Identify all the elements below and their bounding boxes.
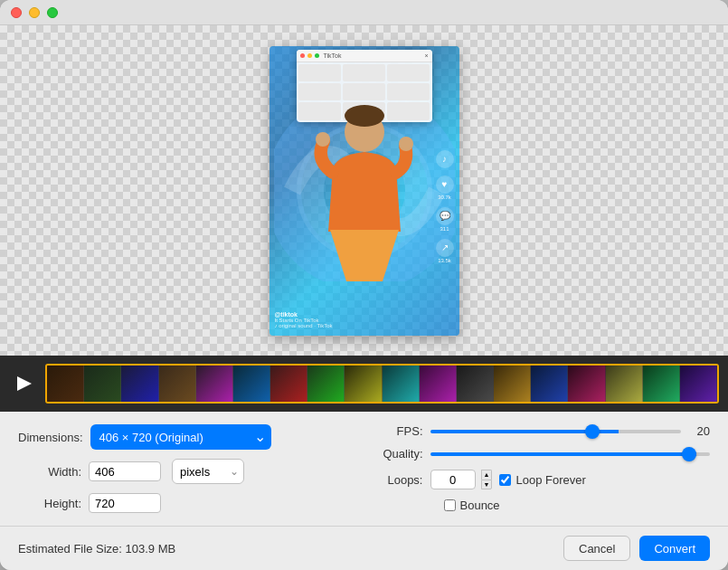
loops-stepper: ▲ ▼ [481, 470, 493, 489]
film-frame [568, 366, 605, 402]
tt-cell [343, 64, 385, 81]
film-frame [383, 366, 420, 402]
tiktok-sound: ♪ original sound · TikTok [275, 323, 432, 328]
tt-cell [387, 64, 430, 81]
film-frame [643, 366, 680, 402]
film-frame [420, 366, 457, 402]
maximize-button[interactable] [47, 7, 58, 18]
tt-cell [298, 83, 341, 100]
tiktok-share-icon: ↗ 13.5k [436, 239, 454, 263]
main-window: TikTok × [0, 0, 728, 570]
height-row: Height: [18, 493, 355, 513]
tt-cell [343, 83, 385, 100]
loop-forever-text: Loop Forever [515, 473, 585, 487]
tiktok-comment-icon: 💬 311 [436, 207, 454, 232]
video-preview: TikTok × [269, 46, 459, 336]
loops-label: Loops: [373, 473, 423, 487]
tt-share: ↗ [436, 239, 454, 257]
tiktok-bottom-info: @tiktok It Starts On TikTok ♪ original s… [275, 311, 432, 328]
loop-forever-label: Loop Forever [499, 473, 585, 487]
film-frame [531, 366, 568, 402]
film-frame [84, 366, 121, 402]
file-size-text: Estimated File Size: 103.9 MB [18, 542, 175, 556]
film-frame [233, 366, 270, 402]
tt-logo: ♪ [436, 150, 454, 168]
bounce-label: Bounce [444, 499, 500, 512]
filmstrip-frames [47, 366, 717, 402]
cancel-button[interactable]: Cancel [563, 536, 630, 561]
bounce-checkbox[interactable] [444, 499, 456, 511]
dimensions-select[interactable]: 406 × 720 (Original) [90, 424, 271, 450]
minimize-button[interactable] [29, 7, 40, 18]
svg-point-5 [399, 137, 413, 151]
person-figure [310, 105, 419, 286]
bounce-row: Bounce [444, 499, 711, 512]
tt-heart: ♥ [436, 176, 454, 194]
loops-increment-button[interactable]: ▲ [481, 470, 493, 480]
svg-point-3 [345, 105, 384, 127]
loops-row: Loops: ▲ ▼ Loop Forever [373, 470, 711, 489]
tt-close-x: × [424, 52, 428, 59]
film-frame [196, 366, 233, 402]
play-icon [17, 376, 32, 391]
loops-input[interactable] [430, 470, 476, 489]
tiktok-window-bar: TikTok × [297, 50, 432, 62]
tt-minimize-dot [307, 53, 312, 58]
filmstrip[interactable] [45, 364, 719, 404]
height-input[interactable] [89, 493, 161, 513]
bottom-bar: Estimated File Size: 103.9 MB Cancel Con… [0, 526, 728, 570]
tt-comment-count: 311 [440, 226, 449, 232]
dimensions-row: Dimensions: 406 × 720 (Original) ⌄ [18, 424, 355, 450]
right-controls: FPS: 20 Quality: Loops: ▲ [373, 424, 711, 513]
timeline-bar [0, 356, 728, 412]
tiktok-username: @tiktok [275, 311, 432, 318]
height-label: Height: [18, 497, 81, 510]
file-size-label: Estimated File Size: [18, 542, 122, 556]
film-frame [121, 366, 158, 402]
svg-point-4 [316, 132, 330, 147]
width-input[interactable] [89, 461, 161, 481]
fps-slider-container: 20 [430, 424, 711, 438]
fps-slider[interactable] [430, 430, 682, 433]
title-bar [0, 0, 728, 25]
tt-heart-count: 30.7k [438, 195, 451, 200]
pixels-select-wrapper: pixels percent ⌄ [172, 459, 244, 484]
preview-area: TikTok × [0, 25, 728, 356]
pixels-select[interactable]: pixels percent [172, 459, 244, 484]
quality-label: Quality: [373, 447, 423, 461]
tt-cell [298, 64, 341, 81]
loops-group: ▲ ▼ Loop Forever [430, 470, 586, 489]
quality-row: Quality: [373, 447, 711, 461]
tiktok-logo-icon: ♪ [436, 150, 454, 168]
film-frame [457, 366, 494, 402]
bottom-buttons: Cancel Convert [563, 536, 710, 561]
tt-window-title: TikTok [324, 52, 342, 59]
tiktok-heart-icon: ♥ 30.7k [436, 176, 454, 200]
film-frame [494, 366, 531, 402]
quality-slider[interactable] [430, 452, 711, 456]
film-frame [345, 366, 382, 402]
play-button[interactable] [9, 369, 38, 398]
convert-button[interactable]: Convert [639, 536, 710, 561]
tt-cell [387, 83, 430, 100]
quality-slider-container [430, 452, 711, 456]
close-button[interactable] [11, 7, 22, 18]
film-frame [159, 366, 196, 402]
fps-row: FPS: 20 [373, 424, 711, 438]
loops-decrement-button[interactable]: ▼ [481, 480, 493, 490]
controls-panel: Dimensions: 406 × 720 (Original) ⌄ Width… [0, 412, 728, 526]
width-row: Width: pixels percent ⌄ [18, 459, 355, 484]
tt-share-count: 13.5k [438, 258, 451, 263]
fps-label: FPS: [373, 424, 423, 438]
loop-forever-checkbox[interactable] [499, 474, 511, 486]
bounce-text: Bounce [460, 499, 500, 512]
film-frame [680, 366, 717, 402]
file-size-value: 103.9 MB [126, 542, 176, 556]
dimensions-label: Dimensions: [18, 431, 83, 444]
tt-comment: 💬 [436, 207, 454, 225]
fps-value: 20 [688, 424, 710, 438]
film-frame [47, 366, 84, 402]
width-label: Width: [18, 465, 81, 479]
tt-close-dot [300, 53, 305, 58]
film-frame [606, 366, 643, 402]
